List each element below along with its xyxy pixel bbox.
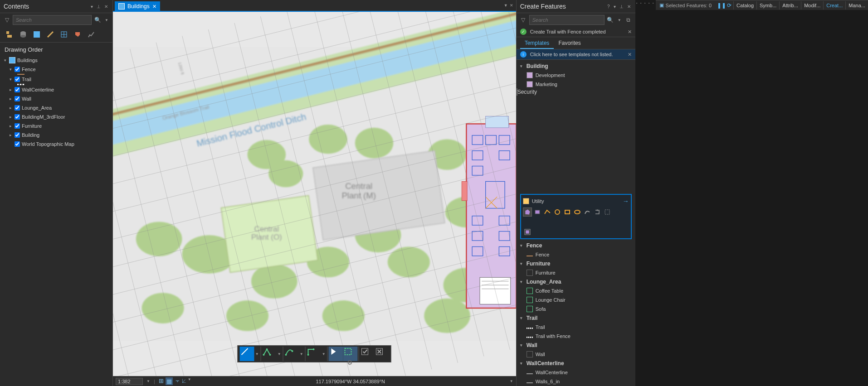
group-wallcenterline[interactable]: ▾WallCenterline [517, 359, 635, 368]
tab-close-all-icon[interactable]: ✕ [510, 3, 513, 8]
toc-trail[interactable]: ▾ Trail [0, 75, 112, 84]
template-marketing[interactable]: Marketing [517, 80, 635, 89]
stream-tool-icon[interactable] [583, 207, 592, 217]
vertex-edit-icon[interactable] [329, 347, 343, 361]
more-tool-icon[interactable] [523, 217, 629, 227]
toc-map[interactable]: ▾ Buildings [0, 56, 112, 65]
map-tab-buildings[interactable]: Buildings ✕ [115, 1, 160, 11]
filter-icon[interactable]: ▽ [3, 16, 11, 24]
trace-poly-icon[interactable] [603, 207, 612, 217]
search-dropdown-icon[interactable]: ▼ [103, 16, 110, 24]
group-building[interactable]: ▾Building [517, 62, 635, 71]
autocomplete-icon[interactable] [593, 207, 602, 217]
snapping-icon[interactable]: ▦ [166, 377, 173, 385]
list-by-perf-icon[interactable] [86, 29, 96, 39]
arc-tool-dropdown-icon[interactable]: ▼ [277, 347, 282, 361]
toc-furniture[interactable]: ▸ Furniture [0, 121, 112, 130]
search-dropdown-icon[interactable]: ▼ [616, 16, 623, 24]
toc-building[interactable]: ▸ Building [0, 130, 112, 140]
group-wall[interactable]: ▾Wall [517, 341, 635, 350]
toc-trail-check[interactable] [15, 77, 20, 82]
toc-fence[interactable]: ▾ Fence [0, 65, 112, 74]
circle-tool-icon[interactable] [553, 207, 562, 217]
tab-templates[interactable]: Templates [520, 37, 554, 49]
list-by-source-icon[interactable] [18, 29, 28, 39]
close-icon[interactable]: ✕ [628, 52, 632, 58]
list-by-labeling-icon[interactable] [73, 29, 83, 39]
line-tool-icon[interactable] [240, 347, 254, 361]
map-canvas[interactable]: Mission Flood Control Ditch Orange Bloss… [113, 12, 516, 376]
right-angle-dropdown-icon[interactable]: ▼ [321, 347, 327, 361]
template-lounge-chair[interactable]: Lounge Chair [517, 295, 635, 304]
toc-wallcenterline[interactable]: ▸ WallCenterline [0, 85, 112, 94]
group-trail[interactable]: ▾Trail [517, 314, 635, 323]
template-walls-6in[interactable]: Walls_6_in [517, 377, 635, 386]
curve-tool-dropdown-icon[interactable]: ▼ [299, 347, 304, 361]
selected-features[interactable]: ▣ Selected Features: 0 [656, 2, 716, 8]
toggle-panel-icon[interactable]: ⧉ [624, 16, 633, 24]
list-by-selection-icon[interactable] [32, 29, 42, 39]
drag-handle[interactable]: • • • • • [635, 0, 656, 386]
template-wallcenterline[interactable]: WallCenterline [517, 368, 635, 377]
cancel-tool-icon[interactable] [375, 347, 389, 361]
right-angle-tool-icon[interactable] [307, 347, 321, 361]
group-furniture[interactable]: ▾Furniture [517, 259, 635, 268]
toc-furn-check[interactable] [15, 123, 20, 129]
template-fence[interactable]: Fence [517, 250, 635, 259]
collapse-icon[interactable]: ▾ [8, 77, 13, 82]
collapse-icon[interactable]: ▾ [8, 67, 13, 72]
toc-fence-check[interactable] [15, 67, 20, 72]
contents-search-input[interactable] [13, 15, 92, 25]
coord-dropdown-icon[interactable]: ▼ [510, 379, 513, 383]
constraint-icon[interactable]: ⊞ [159, 377, 164, 385]
inference-dropdown-icon[interactable]: ▼ [188, 377, 191, 385]
tab-catalog[interactable]: Catalog [733, 1, 756, 10]
info-notification[interactable]: i Click here to see templates not listed… [517, 49, 635, 60]
toc-bld-check[interactable] [15, 132, 20, 138]
tab-dropdown-icon[interactable]: ▼ [504, 3, 508, 8]
expand-icon[interactable]: ▸ [8, 96, 13, 101]
filter-icon[interactable]: ▽ [519, 16, 527, 24]
search-icon[interactable]: 🔍 [606, 16, 614, 24]
pause-icon[interactable]: ❚❚ [717, 2, 726, 9]
group-lounge[interactable]: ▾Lounge_Area [517, 277, 635, 286]
toc-basemap[interactable]: World Topographic Map [0, 140, 112, 149]
help-icon[interactable]: ? [606, 3, 611, 10]
list-by-drawing-icon[interactable] [5, 29, 15, 39]
tab-modify[interactable]: Modif... [801, 1, 823, 10]
tab-symbology[interactable]: Symb... [756, 1, 779, 10]
polygon-tool-icon[interactable] [523, 207, 532, 217]
scale-input[interactable] [116, 378, 143, 385]
close-icon[interactable]: ✕ [628, 29, 632, 35]
tab-manage[interactable]: Mana... [845, 1, 868, 10]
template-wall[interactable]: Wall [517, 350, 635, 359]
expand-icon[interactable]: ▸ [8, 133, 13, 137]
arc-tool-icon[interactable] [262, 347, 277, 361]
toc-wc-check[interactable] [15, 87, 20, 92]
toc-wall[interactable]: ▸ Wall [0, 94, 112, 103]
tab-favorites[interactable]: Favorites [554, 37, 585, 49]
search-icon[interactable]: 🔍 [93, 16, 102, 24]
pin-icon[interactable]: ⊥ [619, 3, 624, 10]
toc-buildingm[interactable]: ▸ BuildingM_3rdFloor [0, 112, 112, 121]
toc-bm-check[interactable] [15, 114, 20, 120]
list-by-snapping-icon[interactable] [59, 29, 69, 39]
toc-wall-check[interactable] [15, 96, 20, 101]
scale-dropdown-icon[interactable]: ▼ [146, 379, 150, 383]
pin-icon[interactable]: ⊥ [96, 3, 102, 10]
ellipse-tool-icon[interactable] [573, 207, 582, 217]
toc-base-check[interactable] [15, 141, 20, 147]
tab-attributes[interactable]: Attrib... [779, 1, 801, 10]
expand-icon[interactable]: ▸ [8, 87, 13, 92]
collapse-icon[interactable]: ▾ [3, 58, 7, 63]
group-fence[interactable]: ▾Fence [517, 241, 635, 250]
list-by-editing-icon[interactable] [45, 29, 55, 39]
refresh-icon[interactable]: ⟳ [727, 2, 731, 9]
template-sofa[interactable]: Sofa [517, 304, 635, 314]
template-coffee-table[interactable]: Coffee Table [517, 286, 635, 295]
rect-tool-icon[interactable] [563, 207, 572, 217]
menu-icon[interactable]: ▾ [613, 3, 617, 10]
finish-tool-icon[interactable] [360, 347, 375, 361]
expand-icon[interactable]: ▸ [8, 124, 13, 128]
close-icon[interactable]: ✕ [103, 3, 109, 10]
